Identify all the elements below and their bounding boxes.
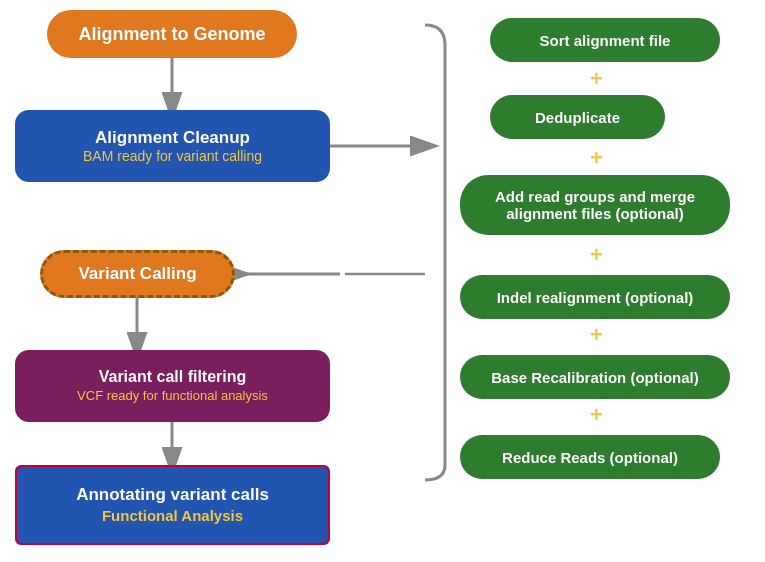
annotating-main: Annotating variant calls	[76, 484, 269, 506]
sort-label: Sort alignment file	[540, 32, 671, 49]
plus-4: +	[590, 322, 603, 348]
plus-1: +	[590, 66, 603, 92]
reduce-label: Reduce Reads (optional)	[502, 449, 678, 466]
plus-2: +	[590, 145, 603, 171]
alignment-cleanup-sub: BAM ready for variant calling	[83, 148, 262, 166]
dedup-label: Deduplicate	[535, 109, 620, 126]
alignment-cleanup-node: Alignment Cleanup BAM ready for variant …	[15, 110, 330, 182]
alignment-cleanup-main: Alignment Cleanup	[95, 127, 250, 148]
base-label: Base Recalibration (optional)	[491, 369, 699, 386]
annotating-node: Annotating variant calls Functional Anal…	[15, 465, 330, 545]
indel-label: Indel realignment (optional)	[497, 289, 694, 306]
plus-5: +	[590, 402, 603, 428]
variant-filtering-node: Variant call filtering VCF ready for fun…	[15, 350, 330, 422]
workflow-diagram: Alignment to Genome Alignment Cleanup BA…	[0, 0, 765, 562]
dedup-node: Deduplicate	[490, 95, 665, 139]
alignment-to-genome-label: Alignment to Genome	[78, 24, 265, 45]
indel-node: Indel realignment (optional)	[460, 275, 730, 319]
alignment-to-genome-node: Alignment to Genome	[47, 10, 297, 58]
variant-filtering-main: Variant call filtering	[99, 367, 247, 388]
merge-node: Add read groups and merge alignment file…	[460, 175, 730, 235]
reduce-node: Reduce Reads (optional)	[460, 435, 720, 479]
plus-3: +	[590, 242, 603, 268]
sort-node: Sort alignment file	[490, 18, 720, 62]
merge-label: Add read groups and merge alignment file…	[460, 188, 730, 222]
base-node: Base Recalibration (optional)	[460, 355, 730, 399]
variant-calling-node: Variant Calling	[40, 250, 235, 298]
variant-filtering-sub: VCF ready for functional analysis	[77, 388, 268, 405]
variant-calling-label: Variant Calling	[78, 264, 196, 284]
annotating-sub: Functional Analysis	[102, 506, 243, 526]
